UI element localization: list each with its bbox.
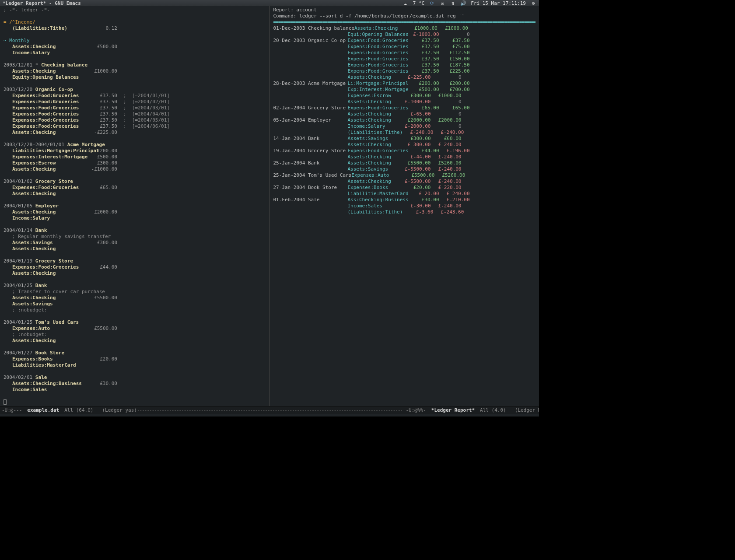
- report-row[interactable]: Assets:Savings£-5500.00£-240.00: [273, 166, 536, 172]
- volume-icon[interactable]: 🔊: [460, 0, 466, 6]
- report-row[interactable]: Expenses:Escrow£300.00£1000.00: [273, 93, 536, 99]
- report-row[interactable]: Income:Salary£-2000.000: [273, 123, 536, 130]
- report-row[interactable]: Exp:Interest:Mortgage£500.00£700.00: [273, 87, 536, 93]
- emacs-window: *Ledger Report* - GNU Emacs ☁ 7 °C ⟳ ✉ ⇅…: [0, 0, 539, 416]
- report-row[interactable]: 05-Jan-2004 EmployerAssets:Checking£2000…: [273, 117, 536, 123]
- network-icon[interactable]: ⇅: [450, 0, 456, 6]
- system-tray: ☁ 7 °C ⟳ ✉ ⇅ 🔊 Fri 15 Mar 17:11:19 ⚙: [402, 0, 536, 6]
- cursor-pos: All (64,0): [64, 407, 93, 413]
- report-row[interactable]: (Liabilities:Tithe)£-3.60£-243.60: [273, 209, 536, 215]
- report-row[interactable]: Liabilitie:MasterCard£-20.00£-240.00: [273, 191, 536, 197]
- mail-icon[interactable]: ✉: [439, 0, 445, 6]
- left-pane[interactable]: ; -*- ledger -*- = /^Income/(Liabilities…: [0, 6, 270, 406]
- report-row[interactable]: Equi:Opening Balances£-1000.000: [273, 32, 536, 38]
- text-cursor: [4, 399, 7, 405]
- report-row[interactable]: Income:Sales£-30.00£-240.00: [273, 203, 536, 209]
- clock: Fri 15 Mar 17:11:19: [471, 0, 526, 6]
- report-row[interactable]: 25-Jan-2004 Tom's Used CarsExpenses:Auto…: [273, 172, 536, 178]
- report-row[interactable]: Assets:Checking£-44.00£-240.00: [273, 154, 536, 160]
- modeline-fill: ----------------------------------------…: [137, 407, 402, 413]
- right-pane[interactable]: Report: accountCommand: ledger --sort d …: [270, 6, 539, 406]
- report-row[interactable]: 27-Jan-2004 Book StoreExpenses:Books£20.…: [273, 185, 536, 191]
- report-row[interactable]: Assets:Checking£-225.000: [273, 74, 536, 80]
- modeline-left[interactable]: -U:@--- example.dat All (64,0) (Ledger y…: [0, 406, 404, 414]
- weather-icon: ☁: [402, 0, 409, 6]
- modeline-prefix: -U:@---: [2, 407, 22, 413]
- report-row[interactable]: Assets:Checking£-1000.000: [273, 99, 536, 105]
- titlebar[interactable]: *Ledger Report* - GNU Emacs ☁ 7 °C ⟳ ✉ ⇅…: [0, 0, 539, 6]
- report-row[interactable]: 19-Jan-2004 Grocery StoreExpens:Food:Gro…: [273, 148, 536, 154]
- report-row[interactable]: Expens:Food:Groceries£37.50£187.50: [273, 62, 536, 68]
- report-row[interactable]: 20-Dec-2003 Organic Co-opExpens:Food:Gro…: [273, 38, 536, 44]
- buffer-name: example.dat: [27, 407, 59, 413]
- report-row[interactable]: Expens:Food:Groceries£37.50£150.00: [273, 56, 536, 62]
- report-row[interactable]: 14-Jan-2004 BankAssets:Savings£300.00£60…: [273, 136, 536, 142]
- report-row[interactable]: Assets:Checking£-300.00£-240.00: [273, 142, 536, 148]
- report-row[interactable]: Assets:Checking£-5500.00£-240.00: [273, 178, 536, 185]
- report-row[interactable]: 02-Jan-2004 Grocery StoreExpens:Food:Gro…: [273, 105, 536, 111]
- minibuffer[interactable]: [0, 414, 539, 416]
- buffer-name: *Ledger Report*: [431, 407, 475, 413]
- major-mode: (Ledger Report yas): [515, 407, 539, 413]
- modeline-right[interactable]: -U:@%%- *Ledger Report* All (4,0) (Ledge…: [404, 406, 539, 414]
- refresh-icon[interactable]: ⟳: [429, 0, 435, 6]
- window-title: *Ledger Report* - GNU Emacs: [3, 0, 81, 6]
- report-row[interactable]: 25-Jan-2004 BankAssets:Checking£5500.00£…: [273, 160, 536, 166]
- major-mode: (Ledger yas): [102, 407, 136, 413]
- report-row[interactable]: 01-Dec-2003 Checking balanceAssets:Check…: [273, 25, 536, 32]
- report-row[interactable]: Assets:Checking£-65.000: [273, 111, 536, 117]
- report-row[interactable]: 28-Dec-2003 Acme MortgageLi:Mortgage:Pri…: [273, 80, 536, 87]
- settings-icon[interactable]: ⚙: [530, 0, 536, 6]
- report-row[interactable]: Expens:Food:Groceries£37.50£225.00: [273, 68, 536, 74]
- cursor-pos: All (4,0): [480, 407, 506, 413]
- report-row[interactable]: Expens:Food:Groceries£37.50£75.00: [273, 44, 536, 50]
- report-row[interactable]: 01-Feb-2004 SaleAss:Checking:Business£30…: [273, 197, 536, 203]
- report-row[interactable]: (Liabilities:Tithe)£-240.00£-240.00: [273, 130, 536, 136]
- editor-area: ; -*- ledger -*- = /^Income/(Liabilities…: [0, 6, 539, 406]
- weather-temp: 7 °C: [413, 0, 425, 6]
- modeline-prefix: -U:@%%-: [406, 407, 426, 413]
- modelines: -U:@--- example.dat All (64,0) (Ledger y…: [0, 406, 539, 414]
- report-row[interactable]: Expens:Food:Groceries£37.50£112.50: [273, 50, 536, 56]
